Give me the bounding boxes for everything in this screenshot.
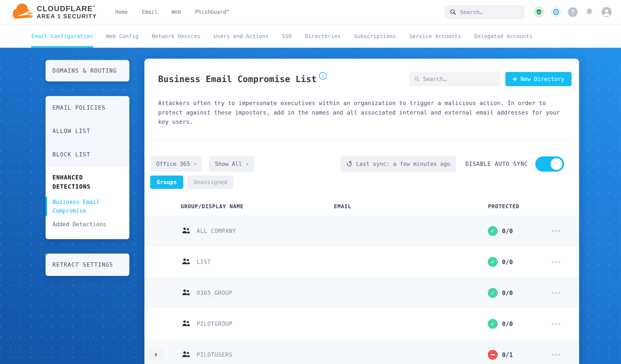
disable-auto-sync-label: DISABLE AUTO SYNC (465, 161, 528, 167)
plus-icon: + (513, 75, 517, 83)
column-email: EMAIL (334, 203, 351, 209)
refresh-icon: ↺ (345, 159, 354, 169)
tab-network-devices[interactable]: Network Devices (152, 24, 201, 48)
tab-web-config[interactable]: Web Config (106, 24, 138, 48)
auto-sync-toggle[interactable] (535, 156, 564, 172)
sidebar-item-block-list[interactable]: BLOCK LIST (46, 143, 129, 166)
tab-service-accounts[interactable]: Service Accounts (409, 24, 461, 48)
tab-delegated-accounts[interactable]: Delegated Accounts (474, 24, 533, 48)
brand-name: CLOUDFLARE (37, 4, 93, 13)
notifications-button[interactable] (584, 7, 595, 17)
row-actions-menu[interactable] (552, 354, 560, 356)
table-row[interactable]: › PILOTUSERS ✓ 0/1 (144, 339, 579, 364)
global-search[interactable] (445, 5, 524, 19)
list-search[interactable] (409, 72, 501, 86)
last-sync-label: Last sync: a few minutes ago (356, 161, 450, 167)
last-sync-button[interactable]: ↺ Last sync: a few minutes ago (341, 156, 456, 172)
tab-unassigned[interactable]: Unassigned (187, 175, 234, 189)
nav-email[interactable]: Email (142, 9, 157, 15)
row-group-name: PILOTGROUP (197, 321, 232, 327)
cloudflare-logo[interactable]: CLOUDFLARE ® AREA 1 SECURITY (11, 2, 97, 22)
sidebar-item-domains-routing[interactable]: DOMAINS & ROUTING (46, 60, 129, 81)
row-group-name: LIST (197, 259, 211, 265)
search-icon (414, 76, 420, 82)
row-actions-menu[interactable] (552, 323, 560, 325)
search-icon (450, 9, 456, 15)
status-icon: ✓ (488, 319, 498, 329)
tab-sso[interactable]: SSO (282, 24, 292, 48)
row-actions-menu[interactable] (552, 292, 560, 294)
sidebar-item-enhanced-detections[interactable]: ENHANCED DETECTIONS (46, 166, 129, 191)
check-icon: ✓ (490, 228, 495, 234)
tab-subscriptions[interactable]: Subscriptions (354, 24, 396, 48)
tab-directories[interactable]: Directories (305, 24, 341, 48)
bell-icon (585, 8, 594, 16)
column-group-display-name: GROUP/DISPLAY NAME (181, 203, 244, 209)
tab-users-and-actions[interactable]: Users and Actions (214, 24, 269, 48)
directory-select[interactable]: Office 365 ▾ (150, 156, 202, 172)
row-group-name: ALL COMPANY (197, 228, 236, 234)
sidebar-item-business-email-compromise[interactable]: Business Email Compromise (46, 197, 129, 216)
user-avatar-icon (602, 7, 612, 17)
status-icon: ✓ (488, 288, 498, 298)
page-description: Attackers often try to impersonate execu… (158, 98, 568, 127)
directory-select-value: Office 365 (156, 161, 190, 167)
status-icon: ✓ (488, 257, 498, 267)
filter-row: Office 365 ▾ Show All ▾ ↺ Last sync: a f… (150, 156, 564, 172)
primary-nav: Home Email Web PhishGuard™ (115, 9, 229, 15)
tab-groups[interactable]: Groups (150, 175, 183, 189)
shield-check-icon (536, 9, 542, 15)
divider (150, 140, 573, 140)
chevron-right-icon: › (154, 350, 158, 359)
check-icon: ✓ (490, 259, 495, 265)
nav-home[interactable]: Home (115, 9, 128, 15)
toggle-knob (551, 158, 562, 170)
settings-button[interactable]: ⚙ (551, 7, 561, 17)
row-actions-menu[interactable] (552, 230, 560, 232)
security-status-button[interactable] (534, 7, 544, 17)
table-row[interactable]: › ALL COMPANY ✓ 0/0 (144, 216, 579, 246)
show-filter-value: Show All (215, 161, 242, 167)
new-directory-button[interactable]: + New Directory (505, 72, 571, 86)
group-icon (182, 288, 190, 297)
protected-count: 0/0 (502, 320, 513, 328)
global-search-input[interactable] (460, 9, 519, 15)
info-icon[interactable]: i (319, 72, 327, 80)
brand-subtitle: AREA 1 SECURITY (37, 13, 97, 20)
sidebar-item-email-policies[interactable]: EMAIL POLICIES (46, 96, 129, 120)
question-icon: ? (571, 9, 575, 16)
list-search-input[interactable] (423, 76, 496, 82)
sidebar-item-allow-list[interactable]: ALLOW LIST (46, 120, 129, 143)
help-button[interactable]: ? (568, 7, 578, 17)
protected-count: 0/0 (502, 227, 513, 235)
group-icon (182, 226, 190, 236)
app-root: CLOUDFLARE ® AREA 1 SECURITY Home Email … (0, 0, 621, 364)
page-title: Business Email Compromise List (158, 74, 316, 84)
sidebar-section-enhanced-detections: ENHANCED DETECTIONS Business Email Compr… (46, 166, 129, 239)
sidebar-item-retract-settings[interactable]: RETRACT SETTINGS (46, 254, 129, 276)
show-filter-select[interactable]: Show All ▾ (209, 156, 254, 172)
brand-registered-mark: ® (93, 5, 95, 8)
chevron-down-icon: ▾ (194, 162, 196, 166)
nav-phishguard[interactable]: PhishGuard™ (195, 9, 229, 15)
header-icon-cluster: ⚙ ? (534, 7, 612, 17)
group-icon (182, 319, 190, 328)
sidebar-card-retract-settings: RETRACT SETTINGS (46, 254, 129, 276)
section-nav: Email Configuration Web Config Network D… (0, 24, 621, 48)
sidebar-item-added-detections[interactable]: Added Detections (46, 221, 129, 227)
status-icon: ✓ (488, 226, 498, 236)
group-tabs: Groups Unassigned (150, 175, 234, 189)
table-row[interactable]: › O365_GROUP ✓ 0/0 (144, 277, 579, 308)
status-icon: ✓ (488, 350, 498, 360)
row-group-name: O365_GROUP (197, 290, 232, 296)
row-expander[interactable]: › (148, 349, 163, 361)
table-row[interactable]: › LIST ✓ 0/0 (144, 246, 579, 277)
table-row[interactable]: › PILOTGROUP ✓ 0/0 (144, 308, 579, 339)
protected-count: 0/1 (502, 351, 513, 358)
new-directory-label: New Directory (521, 76, 565, 82)
row-actions-menu[interactable] (552, 261, 560, 263)
account-button[interactable] (601, 7, 612, 17)
tab-email-configuration[interactable]: Email Configuration (31, 24, 93, 48)
column-protected: PROTECTED (488, 203, 519, 209)
nav-web[interactable]: Web (172, 9, 181, 15)
